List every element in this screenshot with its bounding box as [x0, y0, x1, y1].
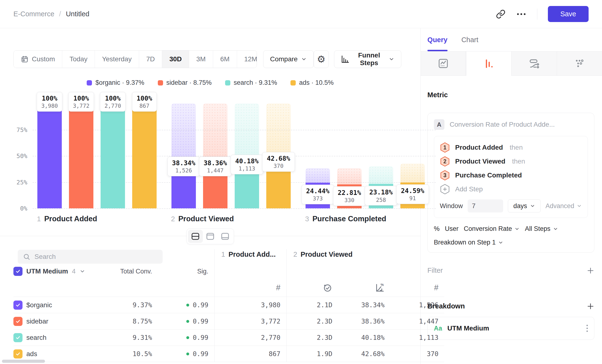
bar-value-label: 40.18%1,113	[231, 155, 263, 174]
metric-heading: Metric	[427, 91, 594, 99]
legend-item[interactable]: search · 9.31%	[225, 79, 277, 86]
step-badge: 2	[440, 156, 450, 167]
funnel-bar[interactable]	[37, 103, 62, 208]
group-column-header[interactable]: UTM Medium	[26, 268, 68, 275]
conversion-rate-icon[interactable]: %	[375, 283, 385, 292]
header-actions: Save	[496, 6, 589, 22]
add-filter-button[interactable]	[587, 267, 594, 274]
funnel-bar[interactable]	[69, 103, 93, 208]
funnel-bar[interactable]	[132, 103, 157, 208]
chart-type-strip	[421, 51, 602, 76]
horizontal-scrollbar[interactable]	[2, 360, 45, 363]
row-checkbox[interactable]	[13, 300, 22, 310]
header-divider	[537, 9, 537, 20]
step2-count-cell: 1,526	[386, 297, 444, 313]
app-root: E-Commerce / Untitled Save CustomTodayYe…	[0, 0, 602, 364]
range-custom[interactable]: Custom	[14, 51, 62, 68]
range-12m[interactable]: 12M	[237, 51, 257, 68]
range-7d[interactable]: 7D	[139, 51, 162, 68]
total-conv-cell: 9.37%	[110, 297, 158, 313]
add-breakdown-button[interactable]	[587, 302, 594, 310]
sig-cell: 0.99	[158, 297, 214, 313]
range-6m[interactable]: 6M	[213, 51, 237, 68]
user-scope[interactable]: User	[445, 225, 459, 233]
chart-type-flow[interactable]	[512, 52, 557, 76]
sig-cell: 0.99	[158, 313, 214, 329]
search-icon	[23, 253, 30, 260]
y-axis-label: 75%	[13, 126, 27, 133]
chart-type-funnel[interactable]	[466, 52, 512, 76]
query-step-row[interactable]: 2Product Viewedthen	[440, 154, 582, 168]
tab-query[interactable]: Query	[427, 28, 448, 51]
search-input[interactable]	[34, 253, 150, 261]
compare-button[interactable]: Compare	[263, 50, 314, 68]
chart-type-retention[interactable]	[557, 52, 602, 76]
count-icon[interactable]: #	[434, 283, 439, 292]
sig-header[interactable]: Sig.	[158, 264, 214, 278]
funnel-bar-ghost[interactable]	[400, 164, 425, 182]
add-step-button[interactable]: Add Step	[440, 182, 582, 196]
chart-settings-button[interactable]: ⚙	[314, 50, 329, 68]
chart-type-line[interactable]	[421, 52, 466, 76]
save-button[interactable]: Save	[548, 6, 589, 22]
metric-title[interactable]: Conversion Rate of Product Adde...	[450, 121, 555, 128]
step2-pct-cell: 38.36%	[334, 313, 386, 329]
legend-swatch	[290, 80, 296, 86]
layout-top-button[interactable]	[203, 230, 218, 243]
metric-type-dropdown[interactable]: Conversion Rate	[464, 225, 520, 233]
bar-count: 3,980	[41, 103, 58, 109]
row-checkbox[interactable]	[13, 317, 22, 326]
legend-item[interactable]: $organic · 9.37%	[87, 79, 144, 86]
total-conv-cell: 9.31%	[110, 330, 158, 346]
bar-pct: 22.81%	[338, 188, 361, 197]
step2-time-cell: 2.3D	[286, 330, 334, 346]
bar-pct: 40.18%	[235, 157, 259, 165]
bar-value-label: 42.68%370	[262, 152, 295, 172]
breakdown-item-label: UTM Medium	[447, 324, 489, 332]
row-checkbox[interactable]	[13, 349, 22, 358]
step2-time-cell: 2.1D	[286, 297, 334, 313]
time-to-convert-icon[interactable]	[323, 283, 332, 292]
total-conv-header[interactable]: Total Conv.	[110, 264, 158, 278]
y-axis-label: 0%	[13, 205, 27, 212]
window-unit-select[interactable]: days	[508, 200, 541, 212]
breadcrumb-space[interactable]: E-Commerce	[13, 10, 54, 18]
range-yesterday[interactable]: Yesterday	[95, 51, 139, 68]
layout-bottom-button[interactable]	[218, 230, 233, 243]
step-event-name: Product Added	[455, 144, 503, 151]
share-link-button[interactable]	[496, 9, 505, 19]
funnel-bar-ghost[interactable]	[337, 168, 362, 184]
row-name-cell: ads	[13, 346, 110, 362]
range-30d[interactable]: 30D	[162, 51, 189, 68]
range-3m[interactable]: 3M	[189, 51, 213, 68]
range-label: Custom	[32, 55, 55, 63]
bar-count: 370	[267, 163, 290, 170]
breakdown-item[interactable]: Aa UTM Medium	[427, 317, 594, 340]
kebab-menu-icon[interactable]	[586, 325, 588, 332]
step-name: Product Viewed	[178, 214, 234, 223]
tab-chart[interactable]: Chart	[462, 28, 478, 51]
count-icon[interactable]: #	[276, 283, 280, 292]
table-row: search9.31%0.992,7702.3D40.18%1,113	[13, 330, 444, 346]
step-badge: 1	[440, 142, 450, 153]
select-all-checkbox[interactable]	[13, 267, 22, 276]
breakdown-on-dropdown[interactable]: Breakdown on Step 1	[434, 239, 588, 246]
advanced-toggle[interactable]: Advanced	[546, 202, 582, 210]
bar-value-label: 100%867	[132, 92, 157, 112]
breadcrumb-title[interactable]: Untitled	[66, 10, 89, 18]
funnel-bar-ghost[interactable]	[306, 168, 330, 183]
row-checkbox[interactable]	[13, 333, 22, 342]
chart-view-dropdown[interactable]: Funnel Steps	[334, 50, 401, 68]
steps-scope-dropdown[interactable]: All Steps	[525, 225, 558, 233]
window-value-input[interactable]	[468, 200, 503, 212]
funnel-bar[interactable]	[101, 103, 125, 208]
more-menu-button[interactable]	[516, 9, 527, 19]
query-step-row[interactable]: 3Purchase Completed	[440, 168, 582, 182]
funnel-bar-ghost[interactable]	[369, 166, 393, 184]
legend-item[interactable]: sidebar · 8.75%	[158, 79, 212, 86]
layout-split-button[interactable]	[188, 230, 203, 243]
range-today[interactable]: Today	[62, 51, 95, 68]
legend-item[interactable]: ads · 10.5%	[290, 79, 333, 86]
gridline	[32, 208, 436, 209]
query-step-row[interactable]: 1Product Addedthen	[440, 140, 582, 154]
